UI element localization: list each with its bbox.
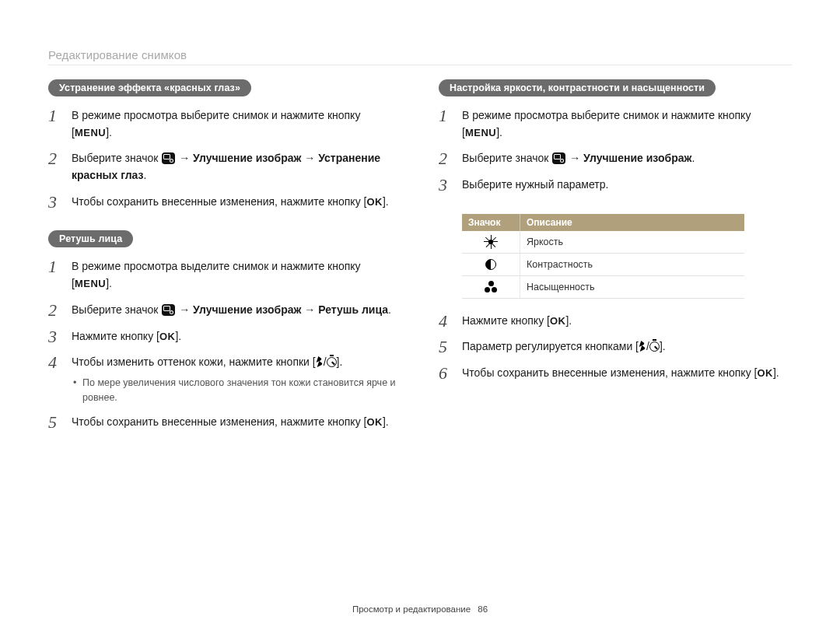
cell-desc: Насыщенность (520, 275, 745, 298)
timer-icon (327, 357, 337, 367)
ok-label: OK (366, 196, 383, 208)
cell-desc: Контрастность (520, 253, 745, 275)
menu-label: MENU (465, 127, 496, 138)
step-item: Выберите нужный параметр. (439, 173, 792, 200)
cell-icon (462, 231, 520, 254)
step-item: Чтобы сохранить внесенные изменения, наж… (439, 362, 792, 388)
contrast-icon (484, 257, 498, 271)
step-item: Выберите значок → Улучшение изображ. (439, 147, 792, 173)
edit-tools-icon (552, 152, 565, 164)
bold-text: Улучшение изображ (190, 303, 304, 316)
th-desc: Описание (520, 214, 745, 231)
left-column: Устранение эффекта «красных глаз» В режи… (48, 79, 401, 451)
step-item: Чтобы сохранить внесенные изменения, наж… (48, 411, 401, 437)
steps-face-retouch: В режиме просмотра выделите снимок и наж… (48, 255, 401, 437)
page: Редактирование снимков Устранение эффект… (0, 0, 840, 634)
step-item: Параметр регулируется кнопками [/]. (439, 335, 792, 362)
icon-description-table: Значок Описание ЯркостьКонтрастностьНасы… (462, 214, 744, 299)
step-item: В режиме просмотра выберите снимок и наж… (48, 104, 401, 147)
timer-icon (649, 342, 660, 352)
step-item: Выберите значок → Улучшение изображ → Ре… (48, 299, 401, 325)
sub-bullet-item: По мере увеличения числового значения то… (72, 376, 401, 405)
menu-label: MENU (75, 127, 106, 138)
bold-text: Улучшение изображ (190, 152, 304, 164)
step-item: В режиме просмотра выберите снимок и наж… (439, 104, 792, 147)
step-item: Нажмите кнопку [OK]. (48, 325, 401, 352)
edit-tools-icon (162, 304, 175, 316)
steps-bcs-b: Нажмите кнопку [OK].Параметр регулируетс… (439, 310, 792, 388)
divider (48, 65, 792, 65)
edit-tools-icon (162, 152, 175, 164)
table-row: Насыщенность (462, 275, 744, 298)
step-item: В режиме просмотра выделите снимок и наж… (48, 255, 401, 298)
step-item: Чтобы изменить оттенок кожи, нажмите кно… (48, 351, 401, 411)
cell-desc: Яркость (520, 231, 745, 254)
step-item: Выберите значок → Улучшение изображ → Ус… (48, 147, 401, 190)
footer: Просмотр и редактирование 86 (0, 604, 840, 614)
th-icon: Значок (462, 214, 520, 231)
cell-icon (462, 253, 520, 275)
brightness-icon (484, 235, 498, 249)
ok-label: OK (550, 315, 566, 327)
step-item: Нажмите кнопку [OK]. (439, 310, 792, 336)
ok-label: OK (366, 416, 383, 428)
footer-text: Просмотр и редактирование (352, 604, 471, 614)
menu-label: MENU (75, 278, 106, 289)
saturation-icon (484, 280, 498, 294)
bold-text: Улучшение изображ (580, 152, 691, 164)
bold-text: Ретушь лица (315, 303, 388, 316)
page-number: 86 (478, 604, 488, 614)
ok-label: OK (757, 367, 773, 379)
heading-face-retouch: Ретушь лица (48, 230, 133, 247)
right-column: Настройка яркости, контрастности и насыщ… (439, 79, 792, 451)
steps-redeye: В режиме просмотра выберите снимок и наж… (48, 104, 401, 216)
heading-brightness-contrast: Настройка яркости, контрастности и насыщ… (439, 79, 716, 96)
table-row: Яркость (462, 231, 744, 254)
ok-label: OK (159, 331, 176, 342)
step-item: Чтобы сохранить внесенные изменения, наж… (48, 191, 401, 217)
columns: Устранение эффекта «красных глаз» В режи… (48, 79, 792, 451)
flash-icon (639, 341, 646, 352)
section-title: Редактирование снимков (48, 48, 792, 61)
heading-redeye: Устранение эффекта «красных глаз» (48, 79, 251, 96)
sub-bullet: По мере увеличения числового значения то… (72, 376, 401, 405)
steps-bcs-a: В режиме просмотра выберите снимок и наж… (439, 104, 792, 200)
cell-icon (462, 275, 520, 298)
table-row: Контрастность (462, 253, 744, 275)
flash-icon (316, 356, 324, 367)
